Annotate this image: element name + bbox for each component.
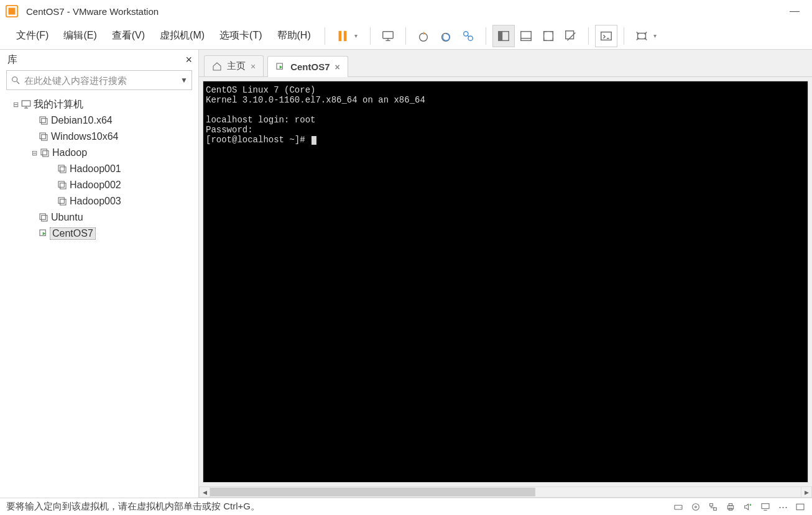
tab-label: 主页 — [227, 60, 246, 72]
status-device-icons: ⋯ — [673, 501, 806, 513]
collapse-icon[interactable]: ⊟ — [11, 101, 20, 109]
scroll-left-button[interactable]: ◂ — [199, 486, 210, 498]
svg-line-11 — [468, 35, 469, 37]
network-icon[interactable] — [708, 501, 719, 513]
search-dropdown[interactable]: ▼ — [180, 76, 188, 84]
terminal-line: Password: — [206, 125, 253, 135]
snapshot-take-button[interactable] — [412, 25, 435, 47]
status-hint: 要将输入定向到该虚拟机，请在虚拟机内部单击或按 Ctrl+G。 — [6, 501, 260, 513]
quick-connect-button[interactable] — [595, 25, 617, 47]
svg-rect-54 — [762, 503, 769, 508]
tree-label: 我的计算机 — [32, 98, 83, 111]
scrollbar-thumb[interactable] — [210, 488, 535, 496]
svg-rect-30 — [41, 149, 47, 155]
svg-rect-36 — [58, 198, 64, 203]
svg-line-18 — [567, 32, 575, 40]
view-unity-button[interactable] — [560, 25, 582, 47]
sidebar-close-button[interactable]: × — [185, 53, 192, 66]
separator — [370, 27, 371, 45]
svg-rect-16 — [543, 31, 553, 40]
vm-console[interactable]: CentOS Linux 7 (Core) Kernel 3.10.0-1160… — [203, 81, 808, 483]
sound-icon[interactable] — [742, 501, 754, 513]
tab-centos7[interactable]: CentOS7 × — [267, 56, 348, 77]
view-single-button[interactable] — [515, 25, 537, 47]
search-icon — [11, 75, 21, 85]
sidebar-title: 库 — [7, 53, 17, 66]
menubar: 文件(F) 编辑(E) 查看(V) 虚拟机(M) 选项卡(T) 帮助(H) ▾ — [0, 22, 812, 50]
svg-rect-38 — [40, 214, 45, 219]
svg-rect-56 — [796, 504, 804, 509]
menu-help[interactable]: 帮助(H) — [270, 25, 318, 46]
sidebar-search[interactable]: ▼ — [6, 70, 192, 90]
tree-vm-hadoop002[interactable]: Hadoop002 — [2, 177, 196, 193]
svg-rect-3 — [344, 30, 347, 41]
hdd-icon[interactable] — [673, 501, 684, 513]
tree-vm-centos7[interactable]: CentOS7 — [2, 226, 196, 242]
horizontal-scrollbar[interactable]: ◂ ▸ — [199, 486, 812, 498]
search-input[interactable] — [24, 75, 180, 86]
svg-rect-51 — [729, 503, 732, 505]
tree-vm-debian[interactable]: Debian10.x64 — [2, 112, 196, 129]
menu-tabs[interactable]: 选项卡(T) — [212, 25, 269, 46]
svg-point-21 — [12, 77, 17, 82]
view-console-button[interactable] — [492, 25, 515, 47]
snapshot-manager-button[interactable] — [457, 25, 479, 47]
tab-close-button[interactable]: × — [335, 62, 340, 72]
power-dropdown[interactable]: ▾ — [353, 32, 360, 39]
svg-line-22 — [17, 81, 19, 84]
menu-edit[interactable]: 编辑(E) — [56, 25, 104, 46]
window-minimize-button[interactable]: — — [782, 6, 807, 17]
vm-icon — [56, 180, 68, 190]
vm-icon — [37, 212, 50, 222]
scrollbar-track[interactable] — [210, 486, 801, 498]
tab-close-button[interactable]: × — [251, 62, 256, 71]
tree-vm-hadoop001[interactable]: Hadoop001 — [2, 161, 196, 177]
svg-rect-49 — [714, 508, 717, 510]
snapshot-revert-button[interactable] — [435, 25, 457, 47]
svg-rect-39 — [42, 216, 47, 221]
svg-point-47 — [695, 506, 697, 508]
tree-root-my-computer[interactable]: ⊟ 我的计算机 — [2, 96, 196, 112]
tab-label: CentOS7 — [290, 62, 330, 72]
printer-icon[interactable] — [725, 501, 736, 513]
display-icon[interactable] — [760, 501, 771, 513]
scroll-right-button[interactable]: ▸ — [801, 486, 812, 498]
stretch-button[interactable] — [630, 25, 653, 47]
tree-vm-windows10[interactable]: Windows10x64 — [2, 129, 196, 145]
vm-icon — [37, 132, 50, 142]
monitor-icon — [20, 99, 32, 110]
svg-rect-23 — [22, 101, 30, 106]
pause-button[interactable] — [331, 25, 354, 47]
svg-point-9 — [463, 31, 468, 35]
folder-icon — [39, 148, 51, 158]
menu-vm[interactable]: 虚拟机(M) — [152, 25, 212, 46]
stretch-dropdown[interactable]: ▾ — [652, 32, 659, 39]
svg-rect-14 — [520, 31, 531, 40]
terminal-line: Kernel 3.10.0-1160.el7.x86_64 on an x86_… — [206, 95, 425, 105]
view-fullscreen-button[interactable] — [537, 25, 560, 47]
vm-running-icon — [37, 229, 50, 239]
svg-rect-32 — [58, 165, 64, 171]
separator — [624, 27, 624, 45]
more-icon[interactable]: ⋯ — [777, 501, 788, 513]
vm-icon — [37, 116, 50, 125]
svg-rect-37 — [60, 199, 66, 205]
tab-home[interactable]: 主页 × — [204, 55, 264, 76]
svg-rect-1 — [9, 8, 16, 15]
svg-rect-31 — [43, 151, 48, 157]
terminal-prompt: [root@localhost ~]# — [206, 135, 310, 145]
separator — [405, 27, 406, 45]
library-sidebar: 库 × ▼ ⊟ 我的计算机 Debian10.x64 — [0, 50, 199, 498]
tree-vm-hadoop003[interactable]: Hadoop003 — [2, 193, 196, 209]
send-ctrl-alt-del-button[interactable] — [377, 25, 399, 47]
terminal-output[interactable]: CentOS Linux 7 (Core) Kernel 3.10.0-1160… — [203, 81, 808, 482]
menu-file[interactable]: 文件(F) — [9, 25, 56, 46]
terminal-line: CentOS Linux 7 (Core) — [206, 85, 315, 95]
svg-rect-48 — [710, 503, 713, 506]
tree-vm-ubuntu[interactable]: Ubuntu — [2, 209, 196, 226]
tree-folder-hadoop[interactable]: ⊟ Hadoop — [2, 145, 196, 161]
collapse-icon[interactable]: ⊟ — [30, 149, 39, 157]
cd-icon[interactable] — [690, 501, 701, 513]
menu-view[interactable]: 查看(V) — [104, 25, 152, 46]
lock-icon[interactable] — [795, 501, 806, 513]
